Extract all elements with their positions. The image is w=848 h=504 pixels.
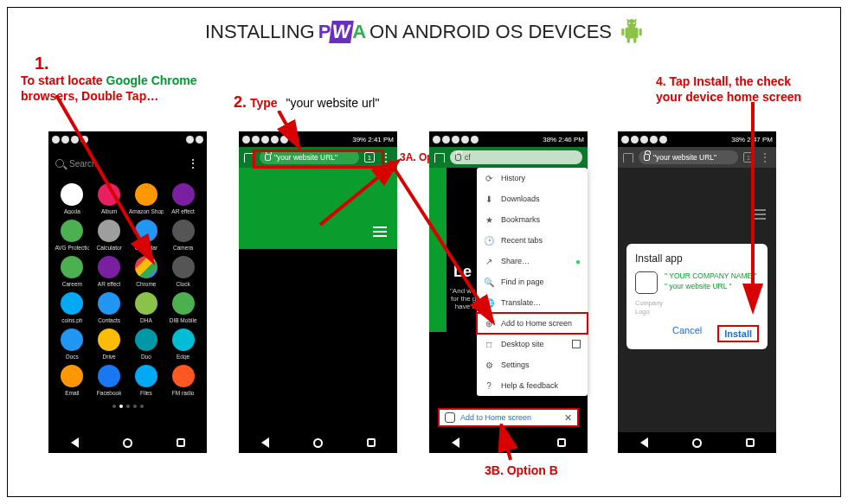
- app-icon: [61, 365, 83, 387]
- app-icon-placeholder: [445, 412, 455, 423]
- nav-back-icon[interactable]: [452, 437, 459, 448]
- nav-home-icon[interactable]: [692, 438, 702, 448]
- svg-rect-3: [639, 29, 642, 36]
- menu-label: Find in page: [501, 278, 544, 286]
- menu-icon: 🔍: [484, 277, 494, 287]
- home-icon[interactable]: [623, 153, 633, 163]
- nav-back-icon[interactable]: [640, 437, 648, 448]
- app-icon: [98, 329, 120, 351]
- app-duo[interactable]: Duo: [128, 329, 165, 360]
- tab-count[interactable]: 1: [743, 152, 754, 163]
- app-ar-effect[interactable]: AR effect: [164, 183, 202, 214]
- menu-icon: 🌐: [484, 297, 494, 308]
- app-chrome[interactable]: Chrome: [128, 256, 165, 287]
- app-avg-protection[interactable]: AVG Protection: [54, 220, 91, 251]
- app-edge[interactable]: Edge: [164, 329, 202, 360]
- app-facebook[interactable]: Facebook: [91, 365, 128, 396]
- app-dha[interactable]: DHA: [128, 292, 165, 323]
- menu-item-desktop-site[interactable]: □Desktop site: [477, 334, 588, 354]
- menu-icon: ⊕: [484, 318, 494, 329]
- step1-text: To start locate Google Chrome browsers, …: [21, 73, 197, 104]
- app-dib-mobile[interactable]: DIB Mobile: [164, 292, 202, 323]
- nav-recent-icon[interactable]: [367, 438, 376, 447]
- menu-item-share-[interactable]: ↗Share…●: [477, 251, 588, 271]
- app-label: AR effect: [98, 281, 121, 287]
- more-icon[interactable]: ⋮: [187, 156, 200, 170]
- menu-icon[interactable]: ⋮: [759, 150, 771, 164]
- svg-rect-5: [633, 37, 636, 42]
- status-bar: [48, 131, 207, 147]
- menu-label: Translate…: [501, 298, 541, 307]
- app-icon: [172, 365, 195, 387]
- app-camera[interactable]: Camera: [164, 220, 202, 251]
- menu-item-settings[interactable]: ⚙Settings: [477, 354, 588, 375]
- nav-home-icon[interactable]: [123, 438, 132, 448]
- app-docs[interactable]: Docs: [54, 329, 91, 360]
- app-fm-radio[interactable]: FM radio: [164, 365, 202, 396]
- app-calendar[interactable]: Calendar: [128, 220, 165, 251]
- app-label: Duo: [141, 354, 151, 360]
- url-field[interactable]: cf: [450, 150, 582, 164]
- app-icon: [135, 365, 157, 387]
- app-calculator[interactable]: Calculator: [91, 220, 128, 251]
- hamburger-icon[interactable]: [373, 226, 387, 237]
- app-clock[interactable]: Clock: [164, 256, 202, 287]
- app-contacts[interactable]: Contacts: [91, 292, 128, 323]
- app-icon: [98, 256, 120, 278]
- app-email[interactable]: Email: [54, 365, 91, 396]
- app-icon: [98, 292, 120, 315]
- app-coins-ph[interactable]: coins.ph: [54, 292, 91, 323]
- menu-item-help-feedback[interactable]: ?Help & feedback: [477, 375, 588, 396]
- step2: 2. Type "your website url": [234, 93, 379, 112]
- app-label: Album: [101, 208, 117, 214]
- menu-label: Recent tabs: [501, 236, 543, 245]
- nav-recent-icon[interactable]: [557, 438, 566, 447]
- nav-recent-icon[interactable]: [746, 438, 755, 447]
- app-files[interactable]: Files: [128, 365, 165, 396]
- search-bar[interactable]: Search ⋮: [55, 152, 200, 175]
- app-label: Edge: [177, 354, 190, 360]
- nav-home-icon[interactable]: [313, 438, 323, 448]
- cancel-button[interactable]: Cancel: [672, 325, 702, 342]
- step2-num: 2.: [234, 93, 247, 111]
- nav-back-icon[interactable]: [71, 437, 79, 448]
- menu-label: Help & feedback: [501, 381, 558, 390]
- clock: 2:47 PM: [747, 136, 773, 144]
- battery: 39%: [352, 136, 366, 144]
- menu-item-translate-[interactable]: 🌐Translate…: [477, 292, 588, 313]
- menu-icon: ★: [484, 214, 494, 225]
- app-album[interactable]: Album: [91, 183, 128, 214]
- menu-icon: 🕑: [484, 235, 494, 246]
- home-icon[interactable]: [434, 153, 445, 163]
- menu-item-bookmarks[interactable]: ★Bookmarks: [477, 209, 588, 230]
- add-to-home-bar[interactable]: Add to Home screen ✕: [438, 408, 579, 427]
- install-button[interactable]: Install: [717, 325, 759, 342]
- menu-item-history[interactable]: ⟳History: [477, 168, 588, 188]
- app-icon: [172, 220, 195, 242]
- url-field[interactable]: "your website URL": [639, 150, 738, 164]
- status-bar: 39%2:41 PM: [239, 131, 397, 147]
- app-icon: [61, 256, 83, 278]
- nav-home-icon[interactable]: [504, 438, 513, 448]
- app-careem[interactable]: Careem: [54, 256, 91, 287]
- app-grid: AgodaAlbumAmazon ShoppingAR effectAVG Pr…: [48, 180, 207, 399]
- app-label: Calendar: [135, 245, 157, 251]
- menu-item-add-to-home-screen[interactable]: ⊕Add to Home screen: [477, 313, 588, 334]
- chrome-bar: "your website URL" 1 ⋮: [618, 147, 776, 168]
- app-amazon-shopping[interactable]: Amazon Shopping: [128, 183, 165, 214]
- close-icon[interactable]: ✕: [564, 412, 572, 424]
- page-strip: [429, 168, 446, 332]
- title-post: ON ANDROID OS DEVICES: [369, 21, 612, 43]
- app-icon-placeholder: [635, 271, 658, 294]
- checkbox[interactable]: [572, 340, 581, 348]
- app-agoda[interactable]: Agoda: [54, 183, 91, 214]
- menu-item-downloads[interactable]: ⬇Downloads: [477, 188, 588, 209]
- app-ar-effect[interactable]: AR effect: [91, 256, 128, 287]
- menu-item-recent-tabs[interactable]: 🕑Recent tabs: [477, 230, 588, 251]
- nav-recent-icon[interactable]: [177, 438, 185, 447]
- app-drive[interactable]: Drive: [91, 329, 128, 360]
- menu-item-find-in-page[interactable]: 🔍Find in page: [477, 271, 588, 292]
- phone-3: 38%2:46 PM cf Le "And we k for the go ha…: [429, 131, 588, 453]
- app-label: Contacts: [98, 317, 120, 323]
- nav-back-icon[interactable]: [261, 437, 269, 448]
